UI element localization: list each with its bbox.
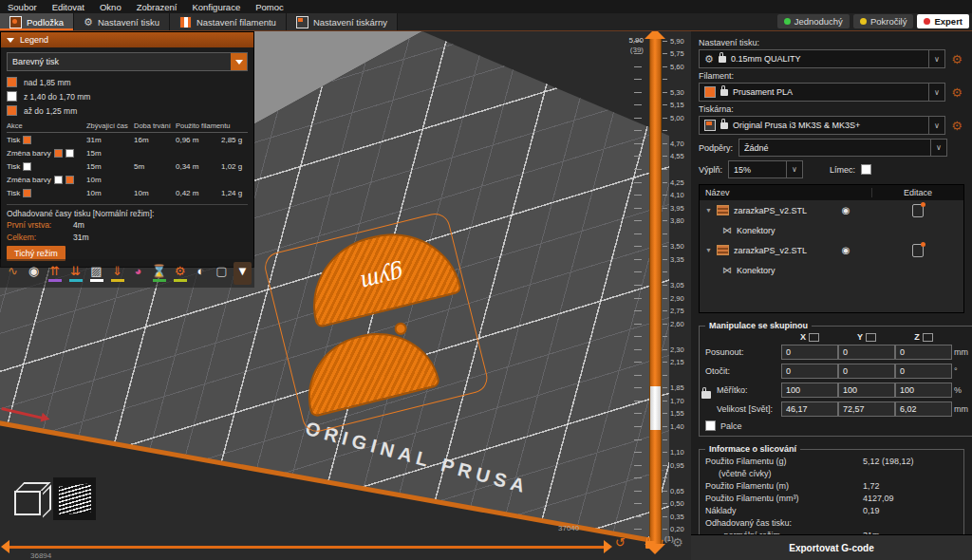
object-row[interactable]: ⋈Konektory bbox=[700, 220, 963, 240]
object-row[interactable]: ▼zarazkaPS_v2.STL◉ bbox=[700, 240, 963, 260]
color-swatch bbox=[7, 105, 17, 116]
info-value bbox=[863, 468, 958, 480]
fan-speed-icon[interactable]: ⇓ bbox=[108, 262, 126, 285]
legend-pin-icon[interactable]: ▼ bbox=[234, 262, 252, 285]
shells-icon[interactable]: ▢ bbox=[213, 262, 231, 285]
object-row[interactable]: ▼zarazkaPS_v2.STL◉ bbox=[700, 200, 963, 220]
layer-tick-label: 1,70 bbox=[670, 397, 684, 405]
layers-view-button[interactable] bbox=[53, 477, 96, 520]
brim-checkbox[interactable] bbox=[861, 164, 871, 175]
manipulation-input[interactable] bbox=[781, 345, 838, 360]
printer-edit-gear[interactable]: ⚙ bbox=[949, 118, 964, 133]
manipulation-input[interactable] bbox=[895, 364, 952, 379]
menu-zobrazení[interactable]: Zobrazení bbox=[137, 2, 178, 12]
time-icon[interactable]: ⌛ bbox=[150, 262, 168, 285]
manipulation-input[interactable] bbox=[895, 345, 952, 360]
filament-edit-gear[interactable]: ⚙ bbox=[949, 84, 964, 100]
expand-chevron-icon[interactable]: ▼ bbox=[705, 247, 712, 253]
axis-header-z: Z bbox=[895, 332, 952, 342]
manipulation-row-label: Velikost [Svět]: bbox=[705, 404, 781, 414]
layer-slider-handle-top[interactable] bbox=[645, 31, 665, 39]
mode-button-pokročilý[interactable]: Pokročilý bbox=[853, 14, 914, 28]
3d-view-button[interactable] bbox=[6, 477, 48, 520]
menu-soubor[interactable]: Soubor bbox=[8, 2, 37, 12]
layer-tick-label: 5,30 bbox=[670, 88, 684, 97]
moves-slider-max-label: 37040 bbox=[558, 524, 579, 532]
infill-combo[interactable]: 15% ∨ bbox=[728, 160, 803, 178]
manipulation-input[interactable] bbox=[838, 383, 895, 398]
print-settings-edit-gear[interactable]: ⚙ bbox=[949, 51, 964, 66]
filament-combo[interactable]: Prusament PLA ∨ bbox=[699, 83, 945, 102]
width-icon[interactable]: ⇊ bbox=[66, 262, 84, 285]
moves-slider-bar[interactable] bbox=[9, 546, 606, 549]
manipulation-input[interactable] bbox=[781, 401, 838, 417]
undo-icon[interactable]: ↺ bbox=[615, 535, 626, 550]
manipulation-input[interactable] bbox=[895, 383, 952, 398]
manipulation-input[interactable] bbox=[838, 364, 895, 379]
menu-pomoc[interactable]: Pomoc bbox=[255, 2, 284, 12]
expand-chevron-icon[interactable]: ▼ bbox=[705, 207, 712, 214]
table-cell: 0,34 m bbox=[176, 162, 221, 171]
menu-editovat[interactable]: Editovat bbox=[52, 2, 84, 12]
color-swatch bbox=[23, 189, 31, 197]
layer-tick-label: 5,15 bbox=[670, 101, 684, 109]
export-gcode-button[interactable]: Exportovat G-code bbox=[691, 534, 972, 560]
color-print-icon[interactable]: ◐ bbox=[192, 262, 210, 285]
legend-header[interactable]: Legend bbox=[1, 32, 253, 47]
axis-letter: X bbox=[800, 332, 806, 342]
print-settings-combo[interactable]: ⚙ 0.15mm QUALITY ∨ bbox=[699, 49, 945, 68]
printer-combo[interactable]: Original Prusa i3 MK3S & MK3S+ ∨ bbox=[699, 116, 945, 135]
manipulation-input[interactable] bbox=[838, 345, 895, 360]
retractions-icon[interactable]: ◉ bbox=[25, 262, 43, 285]
legend-item-label: z 1,40 do 1,70 mm bbox=[24, 92, 90, 102]
tab-nastavení-filamentu[interactable]: Nastavení filamentu bbox=[170, 13, 287, 30]
tab-nastavení-tiskárny[interactable]: Nastavení tiskárny bbox=[287, 13, 398, 30]
dropdown-arrow-icon[interactable] bbox=[231, 53, 247, 70]
lock-icon[interactable] bbox=[645, 537, 655, 551]
inches-checkbox[interactable] bbox=[705, 420, 716, 431]
tool-icon[interactable]: ⚙ bbox=[171, 262, 189, 285]
view-type-select[interactable]: Barevný tisk bbox=[7, 52, 248, 71]
manipulation-input[interactable] bbox=[838, 401, 895, 417]
travels-icon[interactable]: ∿ bbox=[4, 262, 22, 285]
supports-combo[interactable]: Žádné ∨ bbox=[738, 139, 947, 157]
moves-slider-right-arrow[interactable] bbox=[604, 540, 612, 553]
manipulation-input[interactable] bbox=[895, 401, 952, 417]
mode-button-jednoduchý[interactable]: Jednoduchý bbox=[777, 14, 850, 28]
layer-tick-label: 1,55 bbox=[670, 409, 684, 418]
edit-icon[interactable] bbox=[912, 244, 924, 257]
manipulation-input[interactable] bbox=[781, 364, 838, 379]
color-swatch bbox=[54, 176, 63, 184]
info-label: Použito Filamentu (m) bbox=[705, 480, 863, 493]
uniform-scale-lock-icon[interactable] bbox=[701, 391, 711, 401]
menu-okno[interactable]: Okno bbox=[100, 2, 122, 12]
layers-icon bbox=[59, 483, 91, 515]
infill-value: 15% bbox=[734, 165, 781, 175]
settings-gear-icon[interactable]: ⚙ bbox=[672, 535, 683, 550]
object-row[interactable]: ⋈Konektory bbox=[700, 260, 963, 280]
color-swatch bbox=[65, 149, 74, 158]
manipulation-input[interactable] bbox=[781, 383, 838, 398]
speed-icon[interactable]: ▨ bbox=[87, 262, 105, 285]
axis-header-x: X bbox=[781, 332, 838, 342]
tab-podložka[interactable]: Podložka bbox=[0, 13, 74, 30]
connectors-icon: ⋈ bbox=[722, 265, 732, 275]
layer-slider-bar[interactable] bbox=[649, 37, 662, 546]
temperature-icon[interactable]: ◕ bbox=[129, 262, 147, 285]
menu-konfigurace[interactable]: Konfigurace bbox=[192, 2, 240, 12]
mode-button-expert[interactable]: Expert bbox=[917, 14, 969, 28]
unit-label: ° bbox=[952, 366, 968, 376]
height-icon[interactable]: ⇈ bbox=[46, 262, 64, 285]
moves-slider-left-arrow[interactable] bbox=[1, 540, 9, 553]
legend-item: nad 1,85 mm bbox=[7, 75, 248, 89]
action-label: Změna barvy bbox=[7, 176, 51, 184]
printer-label: Tiskárna: bbox=[699, 104, 964, 114]
edit-icon[interactable] bbox=[912, 204, 924, 217]
inches-label: Palce bbox=[720, 421, 742, 431]
visibility-eye-icon[interactable]: ◉ bbox=[819, 245, 872, 255]
visibility-eye-icon[interactable]: ◉ bbox=[819, 205, 872, 215]
viewport-3d[interactable]: ORIGINAL PRUSA gym Legend Barevný tisk bbox=[0, 31, 691, 560]
tab-nastavení-tisku[interactable]: ⚙Nastavení tisku bbox=[74, 13, 170, 30]
lock-icon bbox=[719, 56, 726, 63]
table-cell: 15m bbox=[86, 162, 134, 171]
